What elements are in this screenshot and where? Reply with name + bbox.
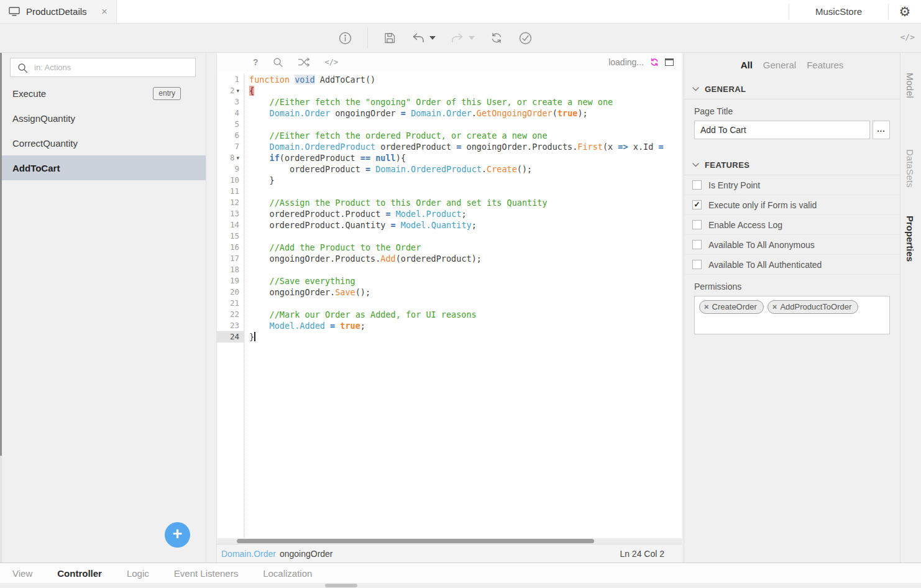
- fold-caret-icon[interactable]: ▾: [236, 85, 239, 96]
- code-area[interactable]: 12▾345678▾910111213141516171819202122232…: [217, 71, 682, 538]
- code-view-icon[interactable]: </>: [325, 58, 339, 67]
- permissions-box[interactable]: ×CreateOrder×AddProductToOrder: [694, 296, 890, 334]
- section-general-header[interactable]: GENERAL: [684, 81, 900, 99]
- editor-hscrollbar-thumb[interactable]: [237, 539, 594, 543]
- action-item-label: AddToCart: [12, 163, 60, 173]
- tab-features[interactable]: Features: [807, 60, 843, 76]
- code-pane[interactable]: function void AddToCart(){ //Either fetc…: [244, 74, 682, 538]
- refresh-button[interactable]: [490, 31, 503, 45]
- toolbar-divider: [367, 27, 368, 48]
- code-line: orderedProduct.Product = Model.Product;: [249, 208, 682, 219]
- topbar-spacer: [117, 0, 789, 23]
- editor-search-icon[interactable]: [273, 57, 283, 68]
- gutter-line: 4: [217, 108, 244, 119]
- page-hscrollbar-thumb[interactable]: [325, 584, 357, 587]
- sidebar-item-execute[interactable]: Executeentry: [0, 81, 206, 106]
- code-line: orderedProduct = Domain.OrderedProduct.C…: [249, 163, 682, 175]
- page-title-label: Page Title: [694, 106, 890, 116]
- close-tab-icon[interactable]: ×: [101, 6, 108, 17]
- rail-tab-model[interactable]: Model: [905, 73, 915, 98]
- section-general-title: GENERAL: [705, 85, 746, 94]
- bottom-tab-logic[interactable]: Logic: [127, 568, 149, 579]
- gutter-line: 15: [217, 231, 244, 242]
- tab-productdetails[interactable]: ProductDetails ×: [0, 0, 117, 23]
- sidebar-item-correctquantity[interactable]: CorrectQuantity: [0, 131, 206, 155]
- remove-tag-icon[interactable]: ×: [704, 303, 709, 311]
- info-button[interactable]: [338, 31, 352, 45]
- tab-all[interactable]: All: [741, 60, 753, 76]
- checkbox-available-to-all-anonymous[interactable]: [692, 240, 702, 249]
- checkbox-enable-access-log[interactable]: [692, 220, 702, 229]
- gutter-line: 17: [217, 253, 244, 264]
- gutter-line: 13: [217, 208, 244, 219]
- gutter-line: 2▾: [217, 85, 244, 96]
- open-window-icon[interactable]: [665, 58, 674, 66]
- code-panel-toggle[interactable]: </>: [900, 32, 915, 42]
- page-title-more-button[interactable]: ...: [873, 121, 890, 139]
- shuffle-icon[interactable]: [298, 58, 311, 67]
- page-title-input[interactable]: [694, 121, 870, 139]
- left-scrollbar-thumb[interactable]: [0, 53, 2, 456]
- settings-button[interactable]: ⚙: [889, 0, 921, 23]
- bottom-tab-bar: ViewControllerLogicEvent ListenersLocali…: [0, 563, 921, 583]
- action-item-label: Execute: [12, 88, 46, 99]
- help-icon[interactable]: ?: [253, 57, 259, 67]
- app-name-label: MusicStore: [815, 6, 862, 17]
- gutter-line: 3: [217, 96, 244, 108]
- feature-label: Available To All Anonymous: [708, 240, 815, 250]
- undo-button[interactable]: [411, 32, 436, 44]
- validate-button[interactable]: [518, 31, 533, 45]
- checkbox-available-to-all-authenticated[interactable]: [692, 260, 702, 269]
- statusbar-variable-type: Domain.Order: [221, 549, 276, 559]
- editor-hscrollbar[interactable]: [217, 538, 682, 544]
- code-line: [249, 231, 682, 242]
- feature-row-execute-only-if-form-is-valid: ✓Execute only if Form is valid: [684, 195, 900, 215]
- code-line: //Add the Product to the Order: [249, 242, 682, 253]
- properties-tabs: AllGeneralFeatures: [684, 53, 900, 76]
- tab-general[interactable]: General: [763, 60, 796, 76]
- text-cursor: [254, 332, 255, 341]
- code-line: //Either fetch the ordered Product, or c…: [249, 130, 682, 141]
- loading-status: loading...: [608, 57, 644, 67]
- permission-tag-createorder[interactable]: ×CreateOrder: [699, 300, 764, 314]
- redo-button[interactable]: [451, 32, 475, 44]
- code-line: {: [249, 85, 682, 96]
- code-line: [249, 298, 682, 309]
- checkbox-is-entry-point[interactable]: [692, 180, 702, 190]
- remove-tag-icon[interactable]: ×: [772, 303, 777, 311]
- undo-icon: [411, 32, 425, 44]
- rail-tab-datasets[interactable]: DataSets: [905, 149, 915, 188]
- top-bar: ProductDetails × MusicStore ⚙: [0, 0, 921, 24]
- gutter-line: 10: [217, 175, 244, 186]
- section-features-header[interactable]: FEATURES: [684, 157, 900, 175]
- sidebar-item-assignquantity[interactable]: AssignQuantity: [0, 106, 206, 131]
- code-line: function void AddToCart(): [249, 74, 682, 85]
- search-input[interactable]: [11, 58, 195, 76]
- bottom-tab-localization[interactable]: Localization: [263, 568, 312, 579]
- permissions-label: Permissions: [694, 282, 890, 292]
- bottom-tab-view[interactable]: View: [12, 568, 32, 579]
- page-hscrollbar[interactable]: [0, 583, 921, 588]
- entry-badge: entry: [153, 87, 181, 100]
- gutter-line: 8▾: [217, 152, 244, 163]
- gear-icon: ⚙: [899, 4, 911, 19]
- sidebar-item-addtocart[interactable]: AddToCart: [0, 155, 206, 180]
- bottom-tab-controller[interactable]: Controller: [57, 568, 102, 579]
- line-number-gutter: 12▾345678▾910111213141516171819202122232…: [217, 74, 244, 538]
- feature-row-available-to-all-anonymous: Available To All Anonymous: [684, 235, 900, 255]
- properties-panel: AllGeneralFeatures GENERAL Page Title ..…: [684, 53, 900, 563]
- cursor-position: Ln 24 Col 2: [620, 549, 664, 559]
- gutter-line: 12: [217, 197, 244, 208]
- permission-tag-addproducttoorder[interactable]: ×AddProductToOrder: [768, 300, 859, 314]
- save-button[interactable]: [383, 31, 396, 45]
- undo-dropdown-icon[interactable]: [429, 36, 436, 40]
- code-line: //Assign the Product to this Order and s…: [249, 197, 682, 208]
- monitor-icon: [9, 7, 20, 16]
- left-scrollbar[interactable]: [0, 53, 2, 563]
- bottom-tab-event-listeners[interactable]: Event Listeners: [174, 568, 238, 579]
- add-action-button[interactable]: +: [165, 522, 190, 548]
- checkbox-execute-only-if-form-is-valid[interactable]: ✓: [692, 200, 702, 209]
- fold-caret-icon[interactable]: ▾: [236, 152, 239, 163]
- action-item-label: CorrectQuantity: [12, 138, 78, 149]
- rail-tab-properties[interactable]: Properties: [905, 216, 915, 262]
